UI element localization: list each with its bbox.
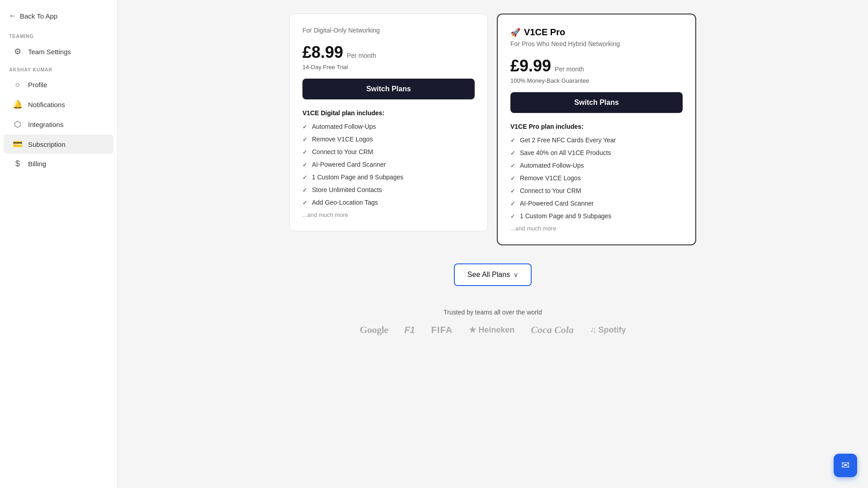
digital-feature-4: ✓ AI-Powered Card Scanner bbox=[302, 161, 475, 168]
digital-feature-3: ✓ Connect to Your CRM bbox=[302, 148, 475, 155]
plans-wrapper: For Digital-Only Networking £8.99 Per mo… bbox=[289, 14, 696, 245]
digital-plan-card: For Digital-Only Networking £8.99 Per mo… bbox=[289, 14, 488, 231]
see-all-plans-label: See All Plans bbox=[467, 271, 510, 279]
rocket-icon: 🚀 bbox=[510, 28, 520, 38]
check-icon: ✓ bbox=[510, 175, 515, 182]
teaming-section-label: TEAMING bbox=[0, 28, 117, 42]
digital-plan-period: Per month bbox=[347, 52, 376, 59]
pro-plan-period: Per month bbox=[555, 66, 584, 73]
digital-plan-price: £8.99 bbox=[302, 43, 343, 62]
cocacola-logo: Coca Cola bbox=[531, 324, 574, 336]
pro-feature-3-text: Automated Follow-Ups bbox=[520, 162, 584, 169]
pro-plan-more: ...and much more bbox=[510, 225, 683, 232]
back-label: Back To App bbox=[20, 12, 57, 20]
fifa-logo: FIFA bbox=[431, 325, 453, 335]
check-icon: ✓ bbox=[510, 162, 515, 169]
pro-feature-5: ✓ Connect to Your CRM bbox=[510, 187, 683, 194]
subscription-icon: 💳 bbox=[13, 139, 23, 149]
digital-feature-1: ✓ Automated Follow-Ups bbox=[302, 123, 475, 130]
google-logo: Google bbox=[360, 324, 388, 336]
subscription-label: Subscription bbox=[28, 141, 66, 148]
trusted-label: Trusted by teams all over the world bbox=[131, 309, 854, 316]
chat-button[interactable]: ✉ bbox=[834, 454, 857, 477]
pro-feature-6-text: AI-Powered Card Scanner bbox=[520, 200, 594, 207]
digital-plan-subtitle: For Digital-Only Networking bbox=[302, 27, 475, 34]
sidebar-item-profile[interactable]: ○ Profile bbox=[4, 75, 113, 94]
see-all-plans-wrapper: See All Plans ∨ bbox=[131, 263, 854, 286]
pro-feature-4-text: Remove V1CE Logos bbox=[520, 174, 581, 182]
digital-feature-3-text: Connect to Your CRM bbox=[312, 148, 373, 155]
pro-feature-2-text: Save 40% on All V1CE Products bbox=[520, 149, 611, 156]
check-icon: ✓ bbox=[510, 137, 515, 144]
digital-feature-5-text: 1 Custom Page and 9 Subpages bbox=[312, 174, 403, 181]
sidebar-item-integrations[interactable]: ⬡ Integrations bbox=[4, 115, 113, 134]
digital-plan-switch-button[interactable]: Switch Plans bbox=[302, 79, 475, 99]
team-settings-label: Team Settings bbox=[28, 48, 71, 56]
billing-label: Billing bbox=[28, 160, 46, 168]
chat-icon: ✉ bbox=[841, 460, 849, 471]
digital-feature-4-text: AI-Powered Card Scanner bbox=[312, 161, 386, 168]
sidebar-item-subscription[interactable]: 💳 Subscription bbox=[4, 135, 113, 154]
sidebar-item-billing[interactable]: $ Billing bbox=[4, 155, 113, 173]
check-icon: ✓ bbox=[302, 149, 307, 155]
chevron-down-icon: ∨ bbox=[514, 271, 518, 278]
pro-feature-6: ✓ AI-Powered Card Scanner bbox=[510, 200, 683, 207]
pro-plan-title-row: 🚀 V1CE Pro bbox=[510, 27, 683, 38]
digital-feature-6: ✓ Store Unlimited Contacts bbox=[302, 186, 475, 193]
check-icon: ✓ bbox=[510, 200, 515, 207]
digital-feature-6-text: Store Unlimited Contacts bbox=[312, 186, 382, 193]
check-icon: ✓ bbox=[302, 187, 307, 193]
pro-plan-card: 🚀 V1CE Pro For Pros Who Need Hybrid Netw… bbox=[497, 14, 696, 245]
integrations-label: Integrations bbox=[28, 121, 63, 128]
pro-feature-7-text: 1 Custom Page and 9 Subpages bbox=[520, 212, 611, 220]
notifications-label: Notifications bbox=[28, 101, 65, 108]
akshay-section-label: AKSHAY KUMAR bbox=[0, 61, 117, 75]
trusted-section: Trusted by teams all over the world Goog… bbox=[131, 309, 854, 336]
notifications-icon: 🔔 bbox=[13, 99, 23, 109]
check-icon: ✓ bbox=[510, 213, 515, 220]
digital-plan-price-row: £8.99 Per month bbox=[302, 43, 475, 62]
pro-feature-2: ✓ Save 40% on All V1CE Products bbox=[510, 149, 683, 156]
billing-icon: $ bbox=[13, 159, 23, 169]
digital-feature-2-text: Remove V1CE Logos bbox=[312, 136, 373, 143]
profile-icon: ○ bbox=[13, 80, 23, 89]
pro-plan-subtitle: For Pros Who Need Hybrid Networking bbox=[510, 40, 683, 47]
pro-feature-1-text: Get 2 Free NFC Cards Every Year bbox=[520, 136, 616, 144]
pro-feature-5-text: Connect to Your CRM bbox=[520, 187, 581, 194]
sidebar: ← Back To App TEAMING ⚙ Team Settings AK… bbox=[0, 0, 118, 488]
check-icon: ✓ bbox=[302, 174, 307, 181]
pro-feature-7: ✓ 1 Custom Page and 9 Subpages bbox=[510, 212, 683, 220]
pro-plan-switch-button[interactable]: Switch Plans bbox=[510, 92, 683, 113]
sidebar-item-notifications[interactable]: 🔔 Notifications bbox=[4, 95, 113, 114]
back-arrow-icon: ← bbox=[9, 12, 16, 20]
pro-plan-price-row: £9.99 Per month bbox=[510, 56, 683, 75]
digital-feature-7: ✓ Add Geo-Location Tags bbox=[302, 199, 475, 206]
check-icon: ✓ bbox=[302, 136, 307, 143]
digital-feature-5: ✓ 1 Custom Page and 9 Subpages bbox=[302, 174, 475, 181]
sidebar-item-team-settings[interactable]: ⚙ Team Settings bbox=[4, 42, 113, 61]
digital-plan-trial: 14-Day Free Trial bbox=[302, 64, 475, 70]
digital-plan-more: ...and much more bbox=[302, 211, 475, 218]
profile-label: Profile bbox=[28, 81, 47, 89]
heineken-logo: ★ Heineken bbox=[469, 325, 514, 335]
pro-feature-4: ✓ Remove V1CE Logos bbox=[510, 174, 683, 182]
pro-plan-price: £9.99 bbox=[510, 56, 551, 75]
integrations-icon: ⬡ bbox=[13, 119, 23, 129]
pro-feature-3: ✓ Automated Follow-Ups bbox=[510, 162, 683, 169]
check-icon: ✓ bbox=[510, 150, 515, 156]
trusted-logos: Google F1 FIFA ★ Heineken Coca Cola ♫ Sp… bbox=[131, 324, 854, 336]
digital-feature-1-text: Automated Follow-Ups bbox=[312, 123, 376, 130]
check-icon: ✓ bbox=[302, 161, 307, 168]
team-settings-icon: ⚙ bbox=[13, 47, 23, 56]
pro-plan-includes-label: V1CE Pro plan includes: bbox=[510, 123, 683, 130]
spotify-logo: ♫ Spotify bbox=[590, 325, 626, 335]
main-content: For Digital-Only Networking £8.99 Per mo… bbox=[118, 0, 868, 488]
back-to-app-button[interactable]: ← Back To App bbox=[0, 7, 117, 24]
pro-plan-guarantee: 100% Money-Back Guarantee bbox=[510, 77, 683, 84]
f1-logo: F1 bbox=[405, 325, 415, 335]
digital-plan-includes-label: V1CE Digital plan includes: bbox=[302, 109, 475, 117]
see-all-plans-button[interactable]: See All Plans ∨ bbox=[454, 263, 532, 286]
check-icon: ✓ bbox=[302, 199, 307, 206]
pro-plan-name: V1CE Pro bbox=[524, 27, 565, 38]
check-icon: ✓ bbox=[302, 123, 307, 130]
